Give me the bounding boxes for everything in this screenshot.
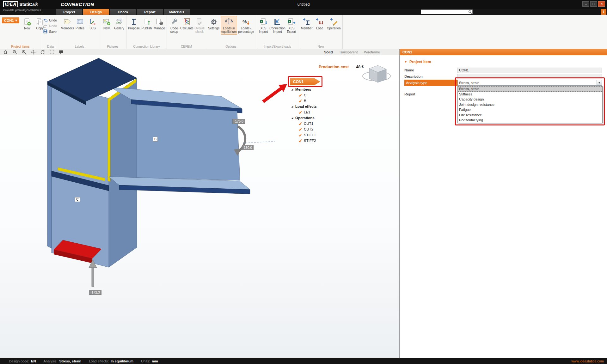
- picture-new-button[interactable]: New: [101, 16, 113, 31]
- ribbon-group-options: Settings Loads in equilibrium % Loads - …: [206, 15, 256, 49]
- redo-button[interactable]: Redo: [43, 23, 58, 28]
- display-mode-solid[interactable]: Solid: [324, 50, 333, 54]
- new-project-item-button[interactable]: New: [21, 16, 33, 31]
- checkbox-checked-icon[interactable]: [298, 99, 302, 103]
- tree-group-operations[interactable]: Operations: [291, 115, 339, 121]
- xls-export-button[interactable]: X XLS Export: [285, 16, 297, 35]
- loads-percentage-button[interactable]: % Loads - percentage: [238, 16, 254, 35]
- labels-members-button[interactable]: Members: [61, 16, 73, 31]
- tree-item-b[interactable]: B: [291, 98, 339, 104]
- connection-import-button[interactable]: Connection Import: [270, 16, 285, 35]
- calculate-button[interactable]: Calculate: [181, 16, 193, 31]
- tree-expander-icon[interactable]: [291, 106, 293, 108]
- tree-group-members[interactable]: Members: [291, 87, 339, 92]
- option-joint-design-resistance[interactable]: Joint design resistance: [458, 102, 602, 107]
- new-load-button[interactable]: Load: [314, 16, 326, 31]
- tab-check[interactable]: Check: [110, 9, 136, 15]
- labels-lcs-button[interactable]: LCS: [87, 16, 99, 31]
- checkbox-checked-icon[interactable]: [298, 133, 302, 137]
- property-panel: CON1 ▼ Project item Name Description Ana…: [400, 49, 607, 358]
- new-operation-button[interactable]: Operation: [326, 16, 341, 31]
- status-analysis-label: Analysis:: [44, 359, 58, 363]
- option-fatigue[interactable]: Fatigue: [458, 107, 602, 112]
- option-capacity-design[interactable]: Capacity design: [458, 97, 602, 102]
- tab-materials[interactable]: Materials: [164, 9, 190, 15]
- display-mode-transparent[interactable]: Transparent: [339, 50, 358, 54]
- tree-expander-icon[interactable]: [291, 88, 293, 91]
- info-button[interactable]: i: [601, 9, 606, 15]
- overall-check-button[interactable]: Overall check: [193, 16, 205, 35]
- tree-item-le1[interactable]: LE1: [291, 109, 339, 115]
- tab-design[interactable]: Design: [83, 9, 109, 15]
- tab-report[interactable]: Report: [137, 9, 163, 15]
- member-label-beam[interactable]: B: [153, 137, 158, 142]
- project-item-selector[interactable]: CON1 ▾: [2, 17, 19, 23]
- group-label-labels: Labels: [60, 45, 99, 48]
- analysis-type-option-list: Stress, strain Stiffness Capacity design…: [457, 86, 603, 123]
- maximize-button[interactable]: □: [590, 1, 597, 7]
- checkbox-checked-icon[interactable]: [298, 128, 302, 131]
- search-icon[interactable]: [468, 10, 472, 14]
- pan-icon[interactable]: [31, 50, 36, 55]
- viewport-toolbar: Solid Transparent Wireframe: [0, 49, 399, 55]
- label-tag-icon[interactable]: [59, 50, 64, 54]
- home-view-icon[interactable]: [3, 50, 8, 54]
- manage-button[interactable]: Manage: [153, 16, 165, 31]
- tree-item-stiff1[interactable]: STIFF1: [291, 132, 339, 138]
- picture-gallery-button[interactable]: Gallery: [113, 16, 125, 31]
- group-label-options: Options: [206, 45, 256, 48]
- viewport: Solid Transparent Wireframe: [0, 49, 400, 358]
- loads-in-equilibrium-button[interactable]: Loads in equilibrium: [221, 16, 237, 35]
- tree-item-cut2[interactable]: CUT2: [291, 126, 339, 132]
- model-canvas[interactable]: Production cost - 48 € CON1: [0, 55, 399, 358]
- option-stress-strain[interactable]: Stress, strain: [458, 86, 602, 92]
- settings-button[interactable]: Settings: [207, 16, 220, 31]
- tab-project[interactable]: Project: [56, 9, 82, 15]
- website-link[interactable]: www.ideastatica.com: [571, 359, 607, 363]
- navigation-cube[interactable]: [361, 60, 392, 91]
- new-member-button[interactable]: Member: [300, 16, 313, 31]
- checkbox-checked-icon[interactable]: [298, 139, 302, 143]
- dim-label-force: -172.3: [89, 290, 101, 295]
- tree-item-stiff2[interactable]: STIFF2: [291, 138, 339, 143]
- minimize-button[interactable]: –: [582, 1, 589, 7]
- undo-button[interactable]: Undo: [43, 18, 58, 22]
- name-input[interactable]: [457, 68, 602, 73]
- rotate-icon[interactable]: [40, 50, 45, 55]
- display-mode-wireframe[interactable]: Wireframe: [364, 50, 380, 54]
- tree-item-c[interactable]: C: [291, 92, 339, 98]
- member-label-column[interactable]: C: [75, 197, 80, 202]
- field-row-description: Description: [400, 73, 607, 80]
- search-input[interactable]: [421, 10, 468, 14]
- xls-import-button[interactable]: X XLS Import: [257, 16, 269, 35]
- option-horizontal-tying[interactable]: Horizontal tying: [458, 118, 602, 123]
- save-button[interactable]: Save: [43, 29, 58, 34]
- propose-button[interactable]: Propose: [128, 16, 140, 31]
- option-stiffness[interactable]: Stiffness: [458, 92, 602, 97]
- description-input[interactable]: [457, 74, 602, 79]
- checkbox-checked-icon[interactable]: [298, 111, 302, 114]
- checkbox-checked-icon[interactable]: [298, 122, 302, 125]
- code-setup-button[interactable]: Code setup: [168, 16, 180, 35]
- tree-group-load-effects[interactable]: Load effects: [291, 104, 339, 109]
- tree-item-cut1[interactable]: CUT1: [291, 121, 339, 126]
- zoom-window-icon[interactable]: [12, 50, 17, 54]
- option-fire-resistance[interactable]: Fire resistance: [458, 112, 602, 118]
- group-label-connection-library: Connection Library: [126, 45, 167, 48]
- publish-button[interactable]: Publish: [141, 16, 153, 31]
- tree-expander-icon[interactable]: [291, 117, 293, 119]
- checkbox-checked-icon[interactable]: [298, 94, 302, 97]
- ribbon: CON1 ▾ New Copy Project items Undo: [0, 15, 607, 49]
- zoom-fit-icon[interactable]: [50, 50, 54, 54]
- percent-icon: %: [242, 17, 250, 27]
- dropdown-arrow-icon[interactable]: ▾: [597, 80, 602, 85]
- section-project-item[interactable]: ▼ Project item: [400, 59, 607, 65]
- analysis-type-dropdown[interactable]: Stress, strain ▾: [457, 80, 602, 86]
- labels-plates-button[interactable]: Plates: [74, 16, 86, 31]
- collapse-triangle-icon[interactable]: ▼: [404, 60, 407, 64]
- status-analysis-value: Stress, strain: [59, 359, 82, 363]
- tree-root-con1[interactable]: CON1: [290, 78, 320, 85]
- close-button[interactable]: ×: [598, 1, 605, 7]
- group-label-project-items: Project items: [0, 45, 41, 48]
- zoom-icon[interactable]: [21, 50, 26, 54]
